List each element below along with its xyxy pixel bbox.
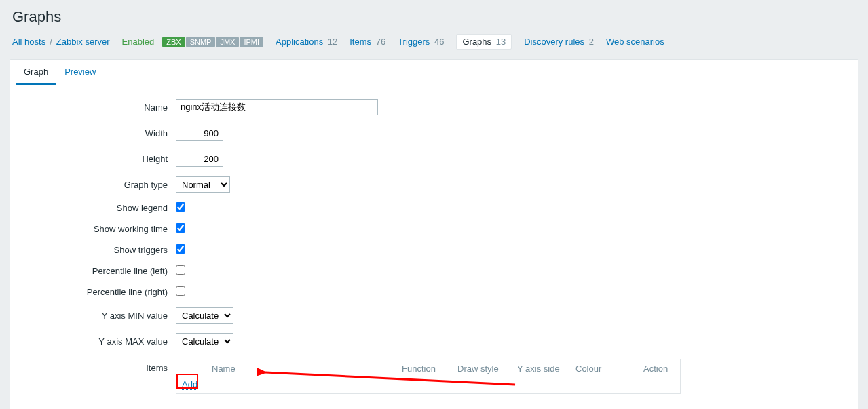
nav-triggers-count: 46 [434, 37, 444, 47]
items-label: Items [18, 359, 176, 373]
nav-discovery[interactable]: Discovery rules 2 [524, 37, 594, 47]
height-input[interactable] [176, 151, 223, 167]
items-header-action: Action [643, 364, 668, 374]
yaxis-min-select[interactable]: Calculated [176, 307, 233, 324]
show-triggers-checkbox[interactable] [176, 244, 185, 254]
name-label: Name [18, 102, 176, 113]
nav-items-label: Items [350, 37, 371, 47]
items-header-colour: Colour [575, 364, 643, 374]
breadcrumb-host[interactable]: Zabbix server [56, 37, 110, 47]
items-header-name: Name [212, 364, 402, 374]
nav-web-label: Web scenarios [606, 37, 664, 47]
breadcrumb-separator: / [50, 37, 52, 47]
items-header-draw-style: Draw style [457, 364, 517, 374]
percentile-left-label: Percentile line (left) [18, 266, 176, 276]
ipmi-badge: IPMI [240, 37, 263, 47]
page-title: Graphs [12, 8, 861, 26]
show-triggers-label: Show triggers [18, 245, 176, 255]
entity-nav: Applications 12 Items 76 Triggers 46 Gra… [276, 34, 666, 50]
breadcrumb-row: All hosts / Zabbix server Enabled ZBX SN… [7, 31, 861, 59]
items-header-function: Function [402, 364, 457, 374]
nav-items[interactable]: Items 76 [350, 37, 385, 47]
items-table-header: Name Function Draw style Y axis side Col… [176, 359, 680, 378]
yaxis-min-label: Y axis MIN value [18, 311, 176, 321]
name-input[interactable] [176, 99, 378, 115]
nav-graphs-count: 13 [496, 37, 506, 47]
snmp-badge: SNMP [186, 37, 216, 47]
percentile-left-checkbox[interactable] [176, 265, 185, 275]
jmx-badge: JMX [216, 37, 239, 47]
show-working-time-label: Show working time [18, 224, 176, 234]
tabs: Graph Preview [10, 60, 858, 85]
nav-triggers[interactable]: Triggers 46 [398, 37, 444, 47]
width-label: Width [18, 128, 176, 138]
enabled-status: Enabled [122, 37, 155, 47]
zbx-badge: ZBX [162, 37, 185, 47]
tab-graph[interactable]: Graph [16, 60, 56, 85]
nav-applications-count: 12 [328, 37, 337, 47]
nav-applications[interactable]: Applications 12 [276, 37, 337, 47]
items-add-link[interactable]: Add [182, 379, 197, 390]
show-working-time-checkbox[interactable] [176, 223, 185, 233]
show-legend-label: Show legend [18, 203, 176, 213]
graph-type-label: Graph type [18, 180, 176, 190]
form-panel: Graph Preview Name Width Height [10, 59, 858, 409]
items-add-row: Add [176, 378, 680, 393]
nav-web[interactable]: Web scenarios [606, 37, 666, 47]
graph-type-select[interactable]: Normal [176, 176, 230, 193]
yaxis-max-label: Y axis MAX value [18, 336, 176, 347]
availability-badges: ZBX SNMP JMX IPMI [162, 37, 263, 47]
nav-triggers-label: Triggers [398, 37, 430, 47]
show-legend-checkbox[interactable] [176, 202, 185, 212]
nav-discovery-count: 2 [589, 37, 594, 47]
nav-discovery-label: Discovery rules [524, 37, 584, 47]
items-table: Name Function Draw style Y axis side Col… [176, 359, 681, 394]
nav-graphs-label: Graphs [462, 37, 491, 47]
form-body: Name Width Height Graph type [10, 85, 858, 409]
nav-graphs[interactable]: Graphs 13 [456, 34, 512, 50]
breadcrumb-all-hosts[interactable]: All hosts [12, 37, 45, 47]
nav-applications-label: Applications [276, 37, 323, 47]
percentile-right-label: Percentile line (right) [18, 287, 176, 297]
height-label: Height [18, 154, 176, 164]
width-input[interactable] [176, 125, 223, 141]
percentile-right-checkbox[interactable] [176, 286, 185, 296]
yaxis-max-select[interactable]: Calculated [176, 333, 233, 349]
nav-items-count: 76 [376, 37, 385, 47]
tab-preview[interactable]: Preview [56, 60, 104, 85]
items-header-yaxis-side: Y axis side [517, 364, 575, 374]
